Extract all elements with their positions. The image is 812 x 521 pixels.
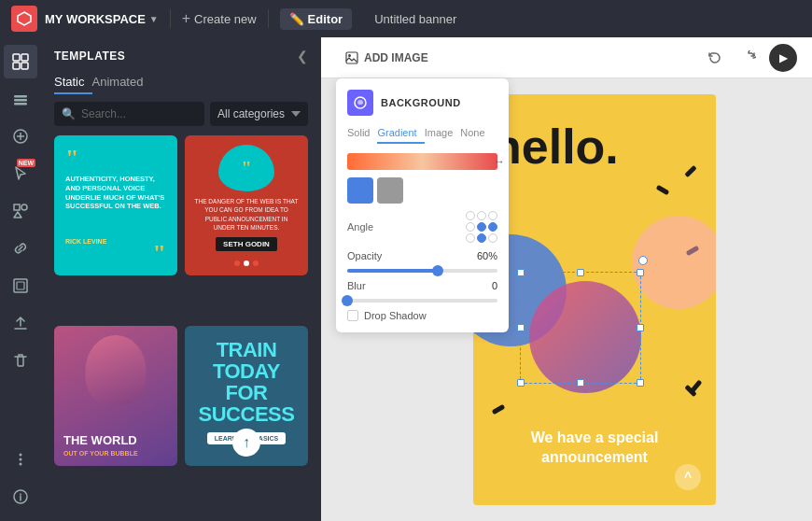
banner-canvas[interactable]: hello. <box>473 94 716 505</box>
canvas-toolbar: ADD IMAGE ▶ <box>321 37 812 78</box>
angle-dot-mr[interactable] <box>488 222 497 232</box>
banner-title[interactable]: Untitled banner <box>374 12 456 26</box>
sidebar-item-delete[interactable] <box>4 344 37 377</box>
templates-panel: TEMPLATES ❮ Static Animated 🔍 All catego… <box>41 37 321 521</box>
blur-slider[interactable] <box>347 299 497 303</box>
handle-tc[interactable] <box>577 269 584 276</box>
tab-static[interactable]: Static <box>54 71 92 94</box>
sidebar-item-shapes[interactable] <box>4 194 37 228</box>
tc4-upload-circle[interactable]: ↑ <box>232 429 260 457</box>
editor-tab[interactable]: ✏️ Editor <box>280 8 353 30</box>
svg-rect-17 <box>346 52 357 63</box>
bg-tab-image[interactable]: Image <box>425 125 461 144</box>
svg-rect-5 <box>14 95 27 98</box>
palette-icon <box>347 90 373 116</box>
workspace-chevron-icon: ▼ <box>149 14 159 24</box>
category-select[interactable]: All categories <box>210 102 308 126</box>
tc3-title: THE WORLD <box>63 433 168 448</box>
tc3-titles: THE WORLD OUT OF YOUR BUBBLE <box>63 433 168 457</box>
handle-bl[interactable] <box>517 379 525 387</box>
tc2-bubble: " <box>218 145 274 191</box>
selection-box[interactable] <box>520 272 641 384</box>
banner-hello-text: hello. <box>492 122 697 171</box>
app-logo[interactable] <box>11 6 37 32</box>
handle-bc[interactable] <box>577 379 584 387</box>
gradient-arrow-icon[interactable]: ↔ <box>494 155 505 168</box>
redo-button[interactable] <box>735 45 762 71</box>
drop-shadow-label: Drop Shadow <box>364 310 427 321</box>
panel-search: 🔍 All categories <box>41 102 321 135</box>
opacity-value: 60% <box>477 250 497 261</box>
sidebar-item-info[interactable] <box>4 480 37 514</box>
tab-animated[interactable]: Animated <box>92 71 151 94</box>
angle-dot-bl[interactable] <box>466 233 475 243</box>
new-badge: NEW <box>17 159 35 167</box>
svg-point-13 <box>20 454 22 457</box>
angle-row: Angle <box>347 211 497 243</box>
tc2-dots <box>234 260 259 266</box>
tc3-sub: OUT OF YOUR BUBBLE <box>63 450 168 457</box>
handle-tr[interactable] <box>637 269 644 276</box>
angle-dot-tl[interactable] <box>466 211 475 220</box>
handle-ml[interactable] <box>517 324 525 331</box>
sidebar-item-more[interactable] <box>4 443 37 476</box>
bg-tab-solid[interactable]: Solid <box>347 125 377 144</box>
banner-chevron-icon[interactable]: ^ <box>675 464 701 490</box>
template-card-2[interactable]: " THE DANGER OF THE WEB IS THAT YOU CAN … <box>185 135 308 275</box>
create-new-button[interactable]: + Create new <box>182 10 257 27</box>
color-swatches <box>347 177 497 204</box>
sidebar-item-publish[interactable] <box>4 306 37 340</box>
angle-dot-mc[interactable] <box>477 222 486 232</box>
angle-dot-ml[interactable] <box>466 222 475 232</box>
bg-tab-gradient[interactable]: Gradient <box>377 125 424 144</box>
angle-dot-br[interactable] <box>488 233 497 243</box>
template-card-4[interactable]: TRAINTODAYFORSUCCESS LEARN THE BASICS ↑ <box>185 326 308 466</box>
handle-tl[interactable] <box>517 269 525 276</box>
svg-point-18 <box>348 54 351 57</box>
topbar-divider2 <box>268 9 269 28</box>
handle-mr[interactable] <box>637 324 644 331</box>
search-box: 🔍 <box>54 102 204 126</box>
bg-tab-none[interactable]: None <box>460 125 492 144</box>
svg-rect-11 <box>14 279 27 292</box>
drop-shadow-checkbox[interactable] <box>347 310 358 321</box>
handle-br[interactable] <box>637 379 644 387</box>
panel-tabs: Static Animated <box>41 71 321 102</box>
template-card-1[interactable]: " AUTHENTICITY, HONESTY, AND PERSONAL VO… <box>54 135 177 275</box>
angle-dot-tc[interactable] <box>477 211 486 220</box>
color-swatch-blue[interactable] <box>347 177 373 204</box>
add-image-button[interactable]: ADD IMAGE <box>336 46 438 70</box>
opacity-thumb[interactable] <box>432 265 443 276</box>
banner-bottom-text: We have a specialannouncement <box>473 429 716 468</box>
search-input[interactable] <box>81 102 197 126</box>
undo-button[interactable] <box>702 45 728 71</box>
angle-grid[interactable] <box>466 211 497 243</box>
sidebar-item-cursor[interactable]: NEW <box>4 157 37 190</box>
color-swatch-gray[interactable] <box>377 177 403 204</box>
topbar-divider <box>170 9 171 28</box>
svg-rect-1 <box>13 54 20 61</box>
play-button[interactable]: ▶ <box>769 44 797 72</box>
blur-label: Blur <box>347 280 486 291</box>
svg-rect-2 <box>21 54 28 61</box>
sidebar-item-brand[interactable] <box>4 120 37 153</box>
sidebar-item-layers[interactable] <box>4 82 37 116</box>
workspace-selector[interactable]: MY WORKSPACE ▼ <box>45 12 159 26</box>
search-icon: 🔍 <box>62 107 76 120</box>
angle-dot-bc[interactable] <box>477 233 486 243</box>
rotate-handle[interactable] <box>638 256 648 265</box>
tc2-text: THE DANGER OF THE WEB IS THAT YOU CAN GO… <box>194 197 299 231</box>
sidebar-item-templates[interactable] <box>4 45 37 78</box>
sidebar-item-frames[interactable] <box>4 269 37 303</box>
plus-icon: + <box>182 10 190 27</box>
bg-tabs: Solid Gradient Image None <box>347 125 497 144</box>
angle-dot-tr[interactable] <box>488 211 497 220</box>
gradient-bar[interactable]: ↔ <box>347 153 497 170</box>
opacity-slider[interactable] <box>347 269 497 273</box>
panel-collapse-button[interactable]: ❮ <box>297 49 308 63</box>
canvas-content[interactable]: BACKGROUND Solid Gradient Image None ↔ A… <box>321 78 812 521</box>
template-card-3[interactable]: THE WORLD OUT OF YOUR BUBBLE <box>54 326 177 466</box>
panel-title: TEMPLATES <box>54 49 125 63</box>
blur-thumb[interactable] <box>342 295 353 306</box>
sidebar-item-links[interactable] <box>4 232 37 265</box>
